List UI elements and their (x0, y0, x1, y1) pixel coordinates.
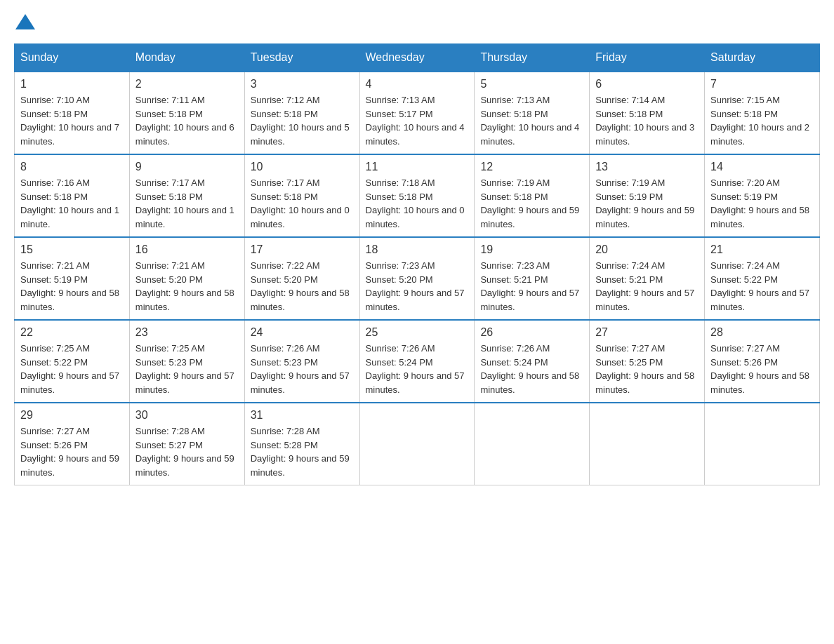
calendar-cell: 31 Sunrise: 7:28 AM Sunset: 5:28 PM Dayl… (244, 403, 359, 485)
calendar-cell: 30 Sunrise: 7:28 AM Sunset: 5:27 PM Dayl… (129, 403, 244, 485)
calendar-cell: 15 Sunrise: 7:21 AM Sunset: 5:19 PM Dayl… (15, 237, 130, 320)
day-info: Sunrise: 7:20 AM Sunset: 5:19 PM Dayligh… (710, 176, 814, 231)
calendar-cell (590, 403, 705, 485)
day-number: 19 (480, 243, 583, 256)
day-info: Sunrise: 7:19 AM Sunset: 5:19 PM Dayligh… (595, 176, 699, 231)
day-number: 28 (710, 326, 814, 339)
calendar-cell: 8 Sunrise: 7:16 AM Sunset: 5:18 PM Dayli… (15, 154, 130, 237)
calendar-cell: 21 Sunrise: 7:24 AM Sunset: 5:22 PM Dayl… (705, 237, 820, 320)
day-number: 4 (366, 78, 469, 90)
day-info: Sunrise: 7:16 AM Sunset: 5:18 PM Dayligh… (20, 176, 124, 231)
day-info: Sunrise: 7:27 AM Sunset: 5:26 PM Dayligh… (20, 424, 124, 479)
calendar-header-friday: Friday (590, 44, 705, 72)
logo (14, 14, 37, 29)
calendar-week-row: 29 Sunrise: 7:27 AM Sunset: 5:26 PM Dayl… (15, 403, 820, 485)
day-info: Sunrise: 7:13 AM Sunset: 5:17 PM Dayligh… (366, 93, 469, 148)
day-number: 5 (480, 78, 583, 90)
calendar-cell: 13 Sunrise: 7:19 AM Sunset: 5:19 PM Dayl… (590, 154, 705, 237)
calendar-cell: 16 Sunrise: 7:21 AM Sunset: 5:20 PM Dayl… (129, 237, 244, 320)
calendar-header-monday: Monday (129, 44, 244, 72)
calendar-cell: 6 Sunrise: 7:14 AM Sunset: 5:18 PM Dayli… (590, 72, 705, 154)
calendar-cell: 18 Sunrise: 7:23 AM Sunset: 5:20 PM Dayl… (359, 237, 475, 320)
calendar-cell: 7 Sunrise: 7:15 AM Sunset: 5:18 PM Dayli… (705, 72, 820, 154)
day-info: Sunrise: 7:17 AM Sunset: 5:18 PM Dayligh… (135, 176, 239, 231)
calendar-cell: 19 Sunrise: 7:23 AM Sunset: 5:21 PM Dayl… (475, 237, 590, 320)
day-number: 10 (251, 161, 354, 173)
day-number: 13 (595, 161, 699, 173)
calendar-cell: 1 Sunrise: 7:10 AM Sunset: 5:18 PM Dayli… (15, 72, 130, 154)
day-number: 27 (595, 326, 699, 339)
day-info: Sunrise: 7:22 AM Sunset: 5:20 PM Dayligh… (251, 259, 354, 314)
day-number: 11 (366, 161, 469, 173)
day-info: Sunrise: 7:26 AM Sunset: 5:23 PM Dayligh… (251, 342, 354, 396)
day-info: Sunrise: 7:21 AM Sunset: 5:19 PM Dayligh… (20, 259, 124, 314)
day-number: 17 (251, 243, 354, 256)
day-info: Sunrise: 7:26 AM Sunset: 5:24 PM Dayligh… (366, 342, 469, 396)
page-header (14, 14, 820, 29)
day-info: Sunrise: 7:23 AM Sunset: 5:20 PM Dayligh… (366, 259, 469, 314)
day-info: Sunrise: 7:10 AM Sunset: 5:18 PM Dayligh… (20, 93, 124, 148)
calendar-header-tuesday: Tuesday (244, 44, 359, 72)
day-number: 6 (595, 78, 699, 90)
calendar-cell: 11 Sunrise: 7:18 AM Sunset: 5:18 PM Dayl… (359, 154, 475, 237)
calendar-cell: 4 Sunrise: 7:13 AM Sunset: 5:17 PM Dayli… (359, 72, 475, 154)
calendar-cell: 12 Sunrise: 7:19 AM Sunset: 5:18 PM Dayl… (475, 154, 590, 237)
calendar-cell: 22 Sunrise: 7:25 AM Sunset: 5:22 PM Dayl… (15, 320, 130, 403)
day-info: Sunrise: 7:17 AM Sunset: 5:18 PM Dayligh… (251, 176, 354, 231)
day-info: Sunrise: 7:12 AM Sunset: 5:18 PM Dayligh… (251, 93, 354, 148)
calendar-cell: 27 Sunrise: 7:27 AM Sunset: 5:25 PM Dayl… (590, 320, 705, 403)
calendar-header-row: SundayMondayTuesdayWednesdayThursdayFrid… (15, 44, 820, 72)
day-info: Sunrise: 7:14 AM Sunset: 5:18 PM Dayligh… (595, 93, 699, 148)
calendar-cell: 17 Sunrise: 7:22 AM Sunset: 5:20 PM Dayl… (244, 237, 359, 320)
calendar-cell (359, 403, 475, 485)
day-info: Sunrise: 7:25 AM Sunset: 5:22 PM Dayligh… (20, 342, 124, 396)
day-number: 14 (710, 161, 814, 173)
day-number: 24 (251, 326, 354, 339)
calendar-cell (475, 403, 590, 485)
calendar-cell: 26 Sunrise: 7:26 AM Sunset: 5:24 PM Dayl… (475, 320, 590, 403)
day-number: 1 (20, 78, 124, 90)
day-info: Sunrise: 7:27 AM Sunset: 5:26 PM Dayligh… (710, 342, 814, 396)
day-info: Sunrise: 7:23 AM Sunset: 5:21 PM Dayligh… (480, 259, 583, 314)
day-number: 29 (20, 409, 124, 422)
calendar-cell (705, 403, 820, 485)
day-number: 15 (20, 243, 124, 256)
day-info: Sunrise: 7:21 AM Sunset: 5:20 PM Dayligh… (135, 259, 239, 314)
calendar-cell: 28 Sunrise: 7:27 AM Sunset: 5:26 PM Dayl… (705, 320, 820, 403)
day-number: 20 (595, 243, 699, 256)
day-info: Sunrise: 7:15 AM Sunset: 5:18 PM Dayligh… (710, 93, 814, 148)
day-number: 25 (366, 326, 469, 339)
day-info: Sunrise: 7:19 AM Sunset: 5:18 PM Dayligh… (480, 176, 583, 231)
day-number: 22 (20, 326, 124, 339)
day-info: Sunrise: 7:24 AM Sunset: 5:21 PM Dayligh… (595, 259, 699, 314)
day-number: 21 (710, 243, 814, 256)
day-info: Sunrise: 7:25 AM Sunset: 5:23 PM Dayligh… (135, 342, 239, 396)
calendar-cell: 23 Sunrise: 7:25 AM Sunset: 5:23 PM Dayl… (129, 320, 244, 403)
day-info: Sunrise: 7:24 AM Sunset: 5:22 PM Dayligh… (710, 259, 814, 314)
logo-triangle-icon (15, 14, 35, 29)
calendar-cell: 10 Sunrise: 7:17 AM Sunset: 5:18 PM Dayl… (244, 154, 359, 237)
calendar-cell: 24 Sunrise: 7:26 AM Sunset: 5:23 PM Dayl… (244, 320, 359, 403)
day-number: 2 (135, 78, 239, 90)
calendar-header-wednesday: Wednesday (359, 44, 475, 72)
calendar-cell: 20 Sunrise: 7:24 AM Sunset: 5:21 PM Dayl… (590, 237, 705, 320)
day-number: 3 (251, 78, 354, 90)
day-info: Sunrise: 7:18 AM Sunset: 5:18 PM Dayligh… (366, 176, 469, 231)
day-number: 8 (20, 161, 124, 173)
day-number: 18 (366, 243, 469, 256)
calendar-table: SundayMondayTuesdayWednesdayThursdayFrid… (14, 43, 820, 485)
calendar-week-row: 15 Sunrise: 7:21 AM Sunset: 5:19 PM Dayl… (15, 237, 820, 320)
calendar-week-row: 8 Sunrise: 7:16 AM Sunset: 5:18 PM Dayli… (15, 154, 820, 237)
calendar-cell: 3 Sunrise: 7:12 AM Sunset: 5:18 PM Dayli… (244, 72, 359, 154)
calendar-header-sunday: Sunday (15, 44, 130, 72)
calendar-cell: 14 Sunrise: 7:20 AM Sunset: 5:19 PM Dayl… (705, 154, 820, 237)
day-info: Sunrise: 7:26 AM Sunset: 5:24 PM Dayligh… (480, 342, 583, 396)
day-info: Sunrise: 7:28 AM Sunset: 5:28 PM Dayligh… (251, 424, 354, 479)
calendar-header-saturday: Saturday (705, 44, 820, 72)
day-info: Sunrise: 7:27 AM Sunset: 5:25 PM Dayligh… (595, 342, 699, 396)
calendar-cell: 2 Sunrise: 7:11 AM Sunset: 5:18 PM Dayli… (129, 72, 244, 154)
calendar-header-thursday: Thursday (475, 44, 590, 72)
calendar-cell: 29 Sunrise: 7:27 AM Sunset: 5:26 PM Dayl… (15, 403, 130, 485)
day-info: Sunrise: 7:11 AM Sunset: 5:18 PM Dayligh… (135, 93, 239, 148)
day-number: 12 (480, 161, 583, 173)
